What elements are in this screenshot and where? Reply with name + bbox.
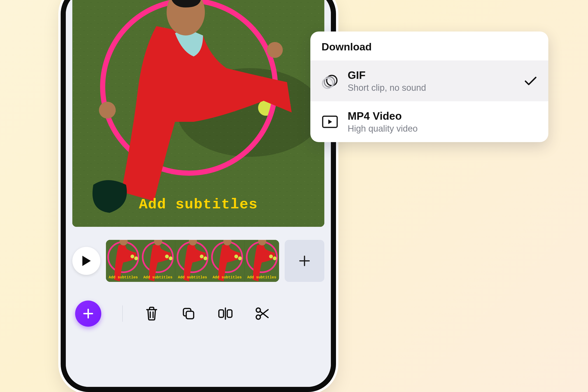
duplicate-button[interactable] xyxy=(180,306,196,322)
option-title: MP4 Video xyxy=(348,110,515,122)
trash-icon xyxy=(145,306,158,321)
bottom-toolbar xyxy=(72,300,324,327)
cut-button[interactable] xyxy=(254,306,270,322)
svg-rect-41 xyxy=(227,310,232,317)
svg-point-11 xyxy=(99,102,116,118)
svg-rect-39 xyxy=(186,311,194,319)
app-screen: Add subtitles Add subtitles xyxy=(66,0,331,387)
check-icon xyxy=(524,74,537,88)
svg-rect-40 xyxy=(219,310,224,317)
timeline-frame[interactable]: Add subtitles xyxy=(244,240,279,282)
add-button[interactable] xyxy=(75,300,101,327)
scissors-icon xyxy=(255,307,270,320)
copy-icon xyxy=(182,306,196,320)
download-popover: Download GIF Short clip, no sound xyxy=(310,32,548,142)
phone-frame: Add subtitles Add subtitles xyxy=(61,0,336,392)
svg-point-12 xyxy=(267,42,283,58)
svg-point-31 xyxy=(234,254,238,258)
add-clip-button[interactable] xyxy=(285,240,324,282)
play-icon xyxy=(82,255,91,266)
timeline-row: Add subtitles Add subtitles Add subtitle… xyxy=(72,240,324,282)
split-icon xyxy=(218,307,233,320)
play-button[interactable] xyxy=(72,247,100,275)
svg-point-27 xyxy=(204,256,207,260)
svg-point-37 xyxy=(273,256,276,260)
svg-point-32 xyxy=(238,256,242,260)
svg-point-26 xyxy=(200,254,204,258)
subtitle-overlay[interactable]: Add subtitles xyxy=(72,196,324,213)
download-option-mp4[interactable]: MP4 Video High quality video xyxy=(310,101,548,142)
gif-icon xyxy=(322,72,338,89)
video-icon xyxy=(322,114,338,130)
delete-button[interactable] xyxy=(144,306,160,322)
option-desc: Short clip, no sound xyxy=(348,83,515,93)
timeline-frame[interactable]: Add subtitles xyxy=(175,240,210,282)
svg-point-21 xyxy=(165,254,169,258)
timeline-frame[interactable]: Add subtitles xyxy=(106,240,140,282)
svg-point-36 xyxy=(269,254,273,258)
svg-point-22 xyxy=(169,256,173,260)
timeline-frame[interactable]: Add subtitles xyxy=(140,240,175,282)
option-desc: High quality video xyxy=(348,124,515,134)
video-canvas[interactable]: Add subtitles xyxy=(72,0,324,227)
split-button[interactable] xyxy=(218,306,233,322)
plus-icon xyxy=(82,308,94,320)
download-option-gif[interactable]: GIF Short clip, no sound xyxy=(310,60,548,101)
plus-icon xyxy=(298,255,310,267)
timeline-frame[interactable]: Add subtitles xyxy=(210,240,244,282)
option-title: GIF xyxy=(348,69,515,82)
toolbar-separator xyxy=(122,306,123,322)
svg-point-17 xyxy=(134,256,138,260)
canvas-image xyxy=(72,0,324,227)
popover-title: Download xyxy=(310,32,548,60)
timeline-strip[interactable]: Add subtitles Add subtitles Add subtitle… xyxy=(106,240,279,282)
svg-point-16 xyxy=(130,254,134,258)
